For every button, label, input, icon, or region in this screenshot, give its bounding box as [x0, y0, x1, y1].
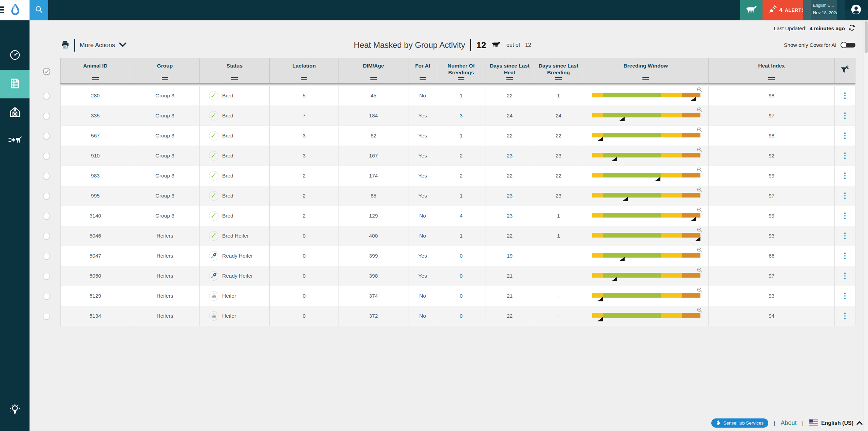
account-button[interactable] — [850, 4, 862, 16]
row-menu-button[interactable] — [844, 293, 846, 299]
sensehub-services-button[interactable]: SenseHub Services — [711, 418, 768, 428]
app-logo[interactable] — [0, 0, 30, 20]
table-row[interactable]: 5134HeifersHeifer0372No022-94 — [60, 306, 855, 326]
cell-value: 0 — [460, 293, 463, 299]
cell-value: 23 — [556, 193, 561, 199]
column-header-days-heat[interactable]: Days since Last Heat — [485, 58, 534, 83]
table-row[interactable]: 5047HeifersReady Heifer0399Yes019-66 — [60, 246, 855, 266]
cell-for-ai: Yes — [408, 126, 437, 146]
column-header-heat-index[interactable]: Heat Index — [709, 58, 835, 83]
row-menu-button[interactable] — [844, 132, 846, 139]
cell-value: 1 — [460, 193, 463, 199]
cell-value: 399 — [369, 253, 378, 259]
column-header-status[interactable]: Status — [200, 58, 270, 83]
row-radio-button[interactable] — [43, 253, 50, 260]
column-filter-icon[interactable] — [92, 77, 99, 80]
column-filter-icon[interactable] — [768, 77, 775, 80]
column-header-lactation[interactable]: Lactation — [270, 58, 339, 83]
row-radio-button[interactable] — [43, 133, 50, 139]
row-menu-button[interactable] — [844, 252, 846, 259]
cell-days-breeding: - — [534, 286, 583, 306]
sidebar-item-gear[interactable] — [0, 423, 30, 431]
table-row[interactable]: 983Group 3Bred2174Yes2222299 — [60, 166, 855, 186]
table-row[interactable]: 910Group 3Bred3167Yes2232392 — [60, 146, 855, 166]
sidebar-item-cow-sort[interactable] — [0, 126, 30, 155]
row-radio-button[interactable] — [43, 113, 50, 119]
row-menu-button[interactable] — [844, 112, 846, 119]
gauge-icon — [9, 49, 21, 62]
row-radio-button[interactable] — [43, 173, 50, 180]
row-radio-button[interactable] — [43, 213, 50, 220]
column-filter-icon[interactable] — [370, 77, 377, 80]
row-menu-button[interactable] — [844, 152, 846, 159]
table-row[interactable]: 567Group 3Bred362Yes1222298 — [60, 126, 855, 146]
sidebar-item-reports[interactable] — [0, 70, 30, 98]
menu-icon[interactable] — [0, 6, 5, 15]
footer-language-selector[interactable]: English (US) — [809, 419, 863, 427]
sidebar-item-barn[interactable] — [0, 98, 30, 127]
select-all-checkbox[interactable] — [43, 68, 51, 77]
row-select-gutter — [43, 86, 50, 326]
table-row[interactable]: 335Group 3Bred7184Yes3242497 — [60, 106, 855, 126]
row-menu-button[interactable] — [844, 92, 846, 99]
funnel-clear-icon[interactable] — [840, 65, 850, 76]
row-menu-button[interactable] — [844, 313, 846, 319]
sidebar-item-gauge[interactable] — [0, 41, 30, 70]
show-only-cows-toggle[interactable] — [841, 42, 855, 49]
cell-breedings: 0 — [437, 246, 485, 266]
status-ring — [209, 311, 218, 321]
row-menu-button[interactable] — [844, 192, 846, 199]
column-filter-icon[interactable] — [301, 77, 307, 80]
column-header-days-breeding[interactable]: Days since Last Breeding — [534, 58, 583, 83]
cell-value: 92 — [769, 153, 774, 159]
cell-window — [583, 106, 709, 126]
table-row[interactable]: 3140Group 3Bred2129No423199 — [60, 206, 855, 226]
row-menu-button[interactable] — [844, 172, 846, 179]
table-row[interactable]: 5129HeifersHeifer0374No021-93 — [60, 286, 855, 306]
table-row[interactable]: 995Group 3Bred265Yes1232397 — [60, 186, 855, 206]
search-button[interactable] — [30, 0, 48, 20]
cow-count-button[interactable] — [740, 0, 763, 20]
column-filter-icon[interactable] — [162, 77, 168, 80]
row-radio-button[interactable] — [43, 293, 50, 300]
row-menu-button[interactable] — [844, 232, 846, 239]
row-menu-button[interactable] — [844, 212, 846, 219]
row-radio-button[interactable] — [43, 93, 50, 99]
vertical-scrollbar[interactable] — [864, 20, 868, 431]
column-header-menu[interactable] — [835, 58, 855, 83]
scrollbar-thumb[interactable] — [865, 21, 868, 53]
refresh-icon[interactable] — [848, 24, 856, 33]
column-filter-icon[interactable] — [555, 77, 562, 80]
column-filter-icon[interactable] — [506, 77, 513, 80]
column-filter-icon[interactable] — [642, 77, 649, 80]
sidebar-item-lightbulb[interactable] — [0, 396, 30, 424]
cell-days-heat: 22 — [485, 126, 534, 146]
column-header-dim-age[interactable]: DIM/Age — [339, 58, 408, 83]
column-header-group[interactable]: Group — [130, 58, 200, 83]
column-header-breedings[interactable]: Number Of Breedings — [437, 58, 485, 83]
row-radio-button[interactable] — [43, 273, 50, 280]
row-radio-button[interactable] — [43, 313, 50, 320]
column-filter-icon[interactable] — [458, 77, 464, 80]
column-header-for-ai[interactable]: For AI — [408, 58, 437, 83]
language-date[interactable]: English U... Nov 18, 2024 — [811, 0, 837, 20]
row-radio-button[interactable] — [43, 233, 50, 240]
column-header-window[interactable]: Breeding Window — [583, 58, 709, 83]
table-row[interactable]: 5046HeifersBred Heifer0400No122193 — [60, 226, 855, 246]
total-count: 12 — [525, 42, 531, 48]
table-row[interactable]: 5050HeifersReady Heifer0398Yes021-97 — [60, 266, 855, 286]
status-ring — [209, 271, 218, 281]
cell-value: - — [558, 313, 559, 319]
row-radio-button[interactable] — [43, 153, 50, 160]
cell-value: 22 — [507, 173, 513, 179]
cell-breedings: 4 — [437, 206, 485, 226]
column-filter-icon[interactable] — [231, 77, 238, 80]
column-filter-icon[interactable] — [420, 77, 426, 80]
table-row[interactable]: 280Group 3Bred545No122198 — [60, 86, 855, 106]
column-header-animal-id[interactable]: Animal ID — [60, 58, 130, 83]
cell-value: 3140 — [90, 213, 101, 219]
cell-value: No — [419, 313, 426, 319]
row-radio-button[interactable] — [43, 193, 50, 200]
about-link[interactable]: About — [780, 419, 796, 427]
row-menu-button[interactable] — [844, 273, 846, 279]
